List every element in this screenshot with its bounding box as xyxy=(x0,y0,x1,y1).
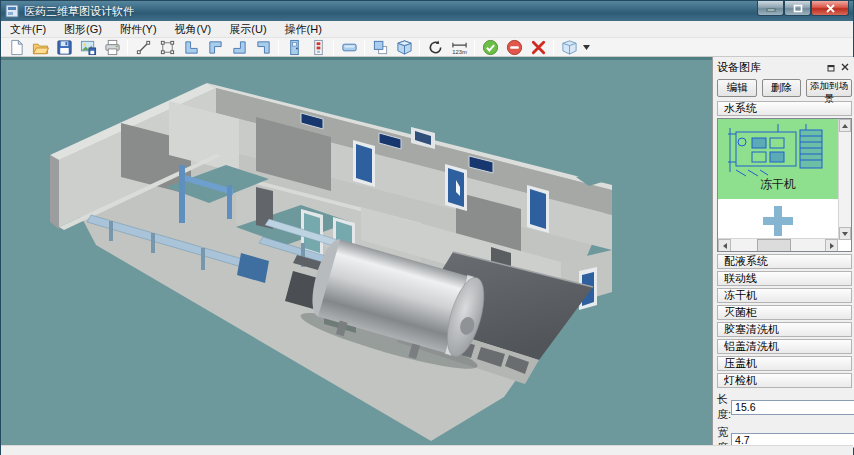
measure-tool-button[interactable]: 123m xyxy=(447,38,471,57)
gallery-item-label: 冻干机 xyxy=(718,176,838,193)
overlap-rectangles-tool-button[interactable] xyxy=(368,38,392,57)
scroll-up-button[interactable] xyxy=(839,119,851,132)
toolbar-separator xyxy=(553,40,554,55)
app-icon xyxy=(5,4,19,18)
category-cap-washer[interactable]: 铝盖清洗机 xyxy=(717,339,852,354)
category-list: 配液系统 联动线 冻干机 灭菌柜 胶塞清洗机 铝盖清洗机 压盖机 灯检机 xyxy=(717,254,852,388)
menu-display[interactable]: 展示(U) xyxy=(220,20,275,39)
viewport-3d[interactable] xyxy=(1,57,712,445)
select-polygon-tool-button[interactable] xyxy=(155,38,179,57)
float-panel-icon[interactable] xyxy=(824,61,838,74)
category-liquid-prep-system[interactable]: 配液系统 xyxy=(717,254,852,269)
app-window: 医药三维草图设计软件 文件(F) 图形(G) 附件(Y) 视角(V) 展示(U)… xyxy=(0,0,854,455)
category-sterilizer-cabinet[interactable]: 灭菌柜 xyxy=(717,305,852,320)
open-folder-button[interactable] xyxy=(28,38,52,57)
menu-attachments[interactable]: 附件(Y) xyxy=(111,20,166,39)
rotate-tool-button[interactable] xyxy=(423,38,447,57)
gallery-horizontal-scrollbar[interactable] xyxy=(718,238,838,251)
close-button[interactable] xyxy=(811,1,849,16)
menu-bar: 文件(F) 图形(G) 附件(Y) 视角(V) 展示(U) 操作(H) xyxy=(1,21,853,38)
safety-door-tool-button[interactable] xyxy=(306,38,330,57)
door-tool-button[interactable] xyxy=(282,38,306,57)
category-linkage-line[interactable]: 联动线 xyxy=(717,271,852,286)
wall-corner-bottom-right-button[interactable] xyxy=(227,38,251,57)
minimize-button[interactable] xyxy=(757,1,784,16)
svg-text:123m: 123m xyxy=(452,48,467,54)
scroll-left-button[interactable] xyxy=(718,239,731,252)
toolbar-separator xyxy=(278,40,279,55)
category-stopper-washer[interactable]: 胶塞清洗机 xyxy=(717,322,852,337)
wall-corner-top-left-button[interactable] xyxy=(203,38,227,57)
gallery-add-item[interactable] xyxy=(718,199,838,243)
scrollbar-thumb[interactable] xyxy=(757,239,791,252)
line-tool-button[interactable] xyxy=(131,38,155,57)
toolbar-separator xyxy=(364,40,365,55)
delete-item-button[interactable]: 删除 xyxy=(762,79,800,97)
panel-title: 设备图库 xyxy=(717,60,824,75)
cube-tool-button[interactable] xyxy=(392,38,416,57)
delete-button[interactable] xyxy=(526,38,550,57)
add-to-scene-button[interactable]: 添加到场景 xyxy=(806,79,852,97)
cad-thumbnail xyxy=(726,122,830,178)
scroll-down-button[interactable] xyxy=(839,227,851,240)
menu-operation[interactable]: 操作(H) xyxy=(276,20,331,39)
toolbar-separator xyxy=(419,40,420,55)
plus-icon xyxy=(759,202,797,240)
gallery-vertical-scrollbar[interactable] xyxy=(838,119,851,240)
window-tool-button[interactable] xyxy=(337,38,361,57)
menu-view-angle[interactable]: 视角(V) xyxy=(166,20,221,39)
remove-button[interactable] xyxy=(502,38,526,57)
gallery-item-freeze-dryer[interactable]: 冻干机 xyxy=(718,119,838,199)
window-titlebar[interactable]: 医药三维草图设计软件 xyxy=(1,1,853,21)
viewport-3d-scene xyxy=(1,57,712,445)
equipment-gallery-panel: 设备图库 编辑 删除 添加到场景 水系统 xyxy=(712,57,854,445)
save-button[interactable] xyxy=(52,38,76,57)
wall-corner-bottom-left-button[interactable] xyxy=(179,38,203,57)
viewport-top-edge xyxy=(1,57,712,60)
new-document-button[interactable] xyxy=(4,38,28,57)
print-button[interactable] xyxy=(100,38,124,57)
length-input[interactable] xyxy=(731,400,854,415)
confirm-button[interactable] xyxy=(478,38,502,57)
panel-titlebar: 设备图库 xyxy=(717,59,852,75)
view-cube-button[interactable] xyxy=(557,38,581,57)
length-label: 长度: xyxy=(717,392,731,422)
menu-graphics[interactable]: 图形(G) xyxy=(55,20,111,39)
toolbar-separator xyxy=(333,40,334,55)
scroll-right-button[interactable] xyxy=(825,239,838,252)
export-image-button[interactable] xyxy=(76,38,100,57)
maximize-button[interactable] xyxy=(784,1,811,16)
close-panel-icon[interactable] xyxy=(838,61,852,74)
status-bar xyxy=(1,445,853,455)
toolbar-separator xyxy=(474,40,475,55)
window-title: 医药三维草图设计软件 xyxy=(24,4,134,19)
category-light-inspector[interactable]: 灯检机 xyxy=(717,373,852,388)
panel-buttons: 编辑 删除 添加到场景 xyxy=(717,79,852,97)
edit-button[interactable]: 编辑 xyxy=(717,79,757,97)
toolbar-separator xyxy=(127,40,128,55)
gallery-listbox: 冻干机 xyxy=(717,118,852,252)
category-freeze-dryer[interactable]: 冻干机 xyxy=(717,288,852,303)
wall-corner-top-right-button[interactable] xyxy=(251,38,275,57)
menu-file[interactable]: 文件(F) xyxy=(1,20,55,39)
category-capping-machine[interactable]: 压盖机 xyxy=(717,356,852,371)
view-cube-dropdown-arrow[interactable] xyxy=(581,38,591,57)
main-toolbar: 123m xyxy=(1,38,853,57)
